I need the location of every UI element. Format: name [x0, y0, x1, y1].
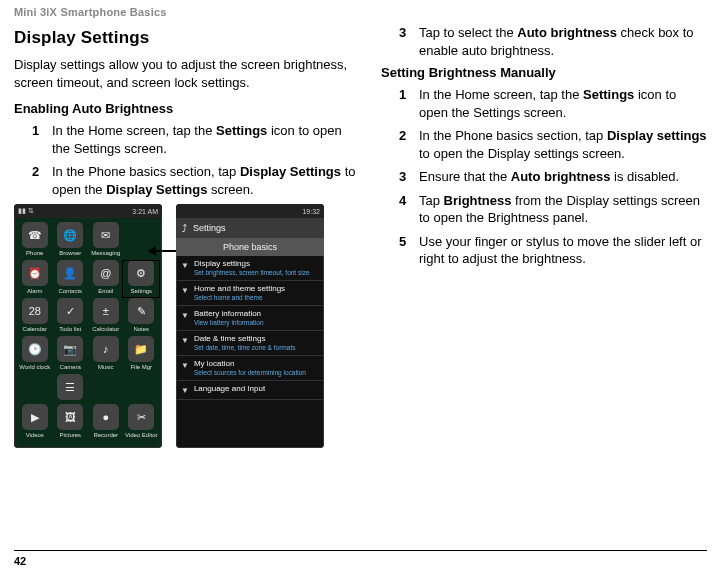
app-icon: 📷Camera [54, 336, 88, 370]
page-number: 42 [14, 555, 26, 567]
step-number: 1 [32, 122, 42, 157]
settings-row: ▼Battery informationView battery informa… [176, 306, 324, 331]
app-icon: ±Calculator [89, 298, 123, 332]
app-icon: 🕑World clock [18, 336, 52, 370]
settings-row-title: Language and Input [194, 385, 265, 394]
app-label: Messaging [91, 250, 120, 256]
settings-row-title: Home and theme settings [194, 285, 285, 294]
steps-list-left: 1In the Home screen, tap the Settings ic… [14, 122, 359, 198]
intro-paragraph: Display settings allow you to adjust the… [14, 56, 359, 91]
app-icon-graphic: 28 [22, 298, 48, 324]
step-item: 5Use your finger or stylus to move the s… [399, 233, 707, 268]
app-icon-graphic: ± [93, 298, 119, 324]
step-number: 4 [399, 192, 409, 227]
step-number: 2 [399, 127, 409, 162]
app-icon-graphic: ✓ [57, 298, 83, 324]
back-icon: ⤴ [182, 223, 187, 234]
app-icon: ⏰Alarm [18, 260, 52, 294]
app-icon: ✎Notes [125, 298, 159, 332]
step-text: Tap Brightness from the Display settings… [419, 192, 707, 227]
screenshot-row: ▮▮ ⇅ 3:21 AM ☎Phone🌐Browser✉Messaging⏰Al… [14, 204, 359, 448]
app-label: Settings [130, 288, 152, 294]
status-bar: 19:32 [176, 204, 324, 218]
app-icon [125, 374, 159, 400]
settings-row: ▼Home and theme settingsSelect home and … [176, 281, 324, 306]
app-label: Browser [59, 250, 81, 256]
app-label: Todo list [59, 326, 81, 332]
left-column: Display Settings Display settings allow … [14, 22, 359, 448]
app-label: File Mgr [130, 364, 152, 370]
step-text: In the Phone basics section, tap Display… [52, 163, 359, 198]
settings-row: ▼Display settingsSet brightness, screen … [176, 256, 324, 281]
app-icon-graphic: ▶ [22, 404, 48, 430]
expand-icon: ▼ [181, 386, 189, 395]
app-icon-graphic: 📁 [128, 336, 154, 362]
app-icon-graphic: ♪ [93, 336, 119, 362]
step-text: In the Home screen, tap the Settings ico… [419, 86, 707, 121]
step-item: 3Ensure that the Auto brightness is disa… [399, 168, 707, 186]
app-label: World clock [19, 364, 50, 370]
app-icon: 28Calendar [18, 298, 52, 332]
right-column: 3Tap to select the Auto brightness check… [381, 22, 707, 448]
app-label: Notes [133, 326, 149, 332]
app-icon-graphic: 🌐 [57, 222, 83, 248]
settings-row-title: Date & time settings [194, 335, 296, 344]
settings-titlebar: ⤴ Settings [176, 218, 324, 238]
app-icon-graphic: ✉ [93, 222, 119, 248]
settings-row-subtitle: View battery information [194, 319, 264, 326]
app-grid: ☎Phone🌐Browser✉Messaging⏰Alarm👤Contacts@… [18, 222, 158, 438]
app-icon-graphic: 👤 [57, 260, 83, 286]
app-icon-graphic: 📷 [57, 336, 83, 362]
app-icon-graphic: ☰ [57, 374, 83, 400]
app-icon: ☎Phone [18, 222, 52, 256]
settings-list: ▼Display settingsSet brightness, screen … [176, 256, 324, 400]
app-icon [18, 374, 52, 400]
expand-icon: ▼ [181, 311, 189, 320]
app-icon: 👤Contacts [54, 260, 88, 294]
step-number: 5 [399, 233, 409, 268]
step-item: 2In the Phone basics section, tap Displa… [32, 163, 359, 198]
app-icon: ✓Todo list [54, 298, 88, 332]
app-label: Calculator [92, 326, 119, 332]
app-icon-graphic: ✎ [128, 298, 154, 324]
step-number: 3 [399, 168, 409, 186]
step-number: 1 [399, 86, 409, 121]
app-icon-graphic: @ [93, 260, 119, 286]
settings-row: ▼Language and Input [176, 381, 324, 400]
settings-row-text: Language and Input [194, 385, 265, 394]
expand-icon: ▼ [181, 261, 189, 270]
expand-icon: ▼ [181, 286, 189, 295]
steps-list-right-top: 3Tap to select the Auto brightness check… [381, 24, 707, 59]
app-icon: ♪Music [89, 336, 123, 370]
section-title: Display Settings [14, 28, 359, 48]
app-label: Camera [60, 364, 81, 370]
app-icon-graphic: 🕑 [22, 336, 48, 362]
step-text: In the Phone basics section, tap Display… [419, 127, 707, 162]
step-item: 2In the Phone basics section, tap Displa… [399, 127, 707, 162]
app-icon-graphic: ☎ [22, 222, 48, 248]
page-header: Mini 3iX Smartphone Basics [0, 0, 721, 18]
app-icon: ☰ [54, 374, 88, 400]
settings-row-text: Date & time settingsSet date, time, time… [194, 335, 296, 351]
app-icon: ✂Video Editor [125, 404, 159, 438]
app-icon: @Email [89, 260, 123, 294]
step-text: In the Home screen, tap the Settings ico… [52, 122, 359, 157]
app-label: Email [98, 288, 113, 294]
status-icons: ▮▮ ⇅ [18, 207, 34, 215]
app-icon: 🖼Pictures [54, 404, 88, 438]
app-icon-graphic: ✂ [128, 404, 154, 430]
settings-row-text: Battery informationView battery informat… [194, 310, 264, 326]
app-label: Music [98, 364, 114, 370]
settings-row-text: Display settingsSet brightness, screen t… [194, 260, 310, 276]
step-text: Tap to select the Auto brightness check … [419, 24, 707, 59]
settings-row-subtitle: Select home and theme [194, 294, 285, 301]
settings-row-subtitle: Select sources for determining location [194, 369, 306, 376]
app-icon-graphic: ⏰ [22, 260, 48, 286]
settings-row-subtitle: Set date, time, time zone & formats [194, 344, 296, 351]
step-item: 1In the Home screen, tap the Settings ic… [399, 86, 707, 121]
settings-row-title: Battery information [194, 310, 264, 319]
step-item: 1In the Home screen, tap the Settings ic… [32, 122, 359, 157]
settings-row-title: My location [194, 360, 306, 369]
settings-row-text: My locationSelect sources for determinin… [194, 360, 306, 376]
app-icon-graphic: ⚙ [128, 260, 154, 286]
